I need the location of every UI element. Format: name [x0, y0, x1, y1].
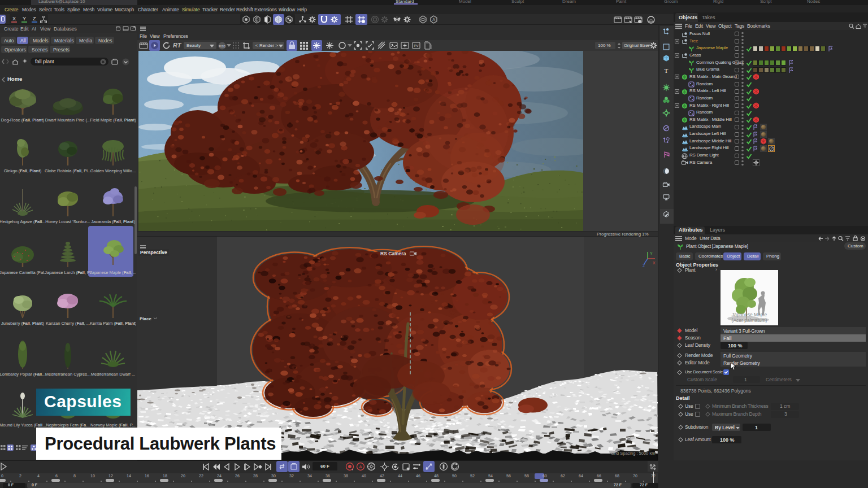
svg-text:RGB: RGB [219, 45, 225, 48]
svg-text:Japanese Maple: Japanese Maple [732, 312, 767, 317]
svg-text:A: A [432, 18, 435, 21]
svg-text:Z: Z [643, 264, 645, 268]
svg-text:Y: Y [650, 251, 653, 255]
svg-text:X: X [653, 261, 656, 265]
svg-text:(Acer palmatum): (Acer palmatum) [732, 317, 767, 323]
svg-text:A: A [359, 464, 362, 469]
svg-text:PV: PV [414, 44, 418, 47]
svg-text:T: T [665, 67, 669, 74]
